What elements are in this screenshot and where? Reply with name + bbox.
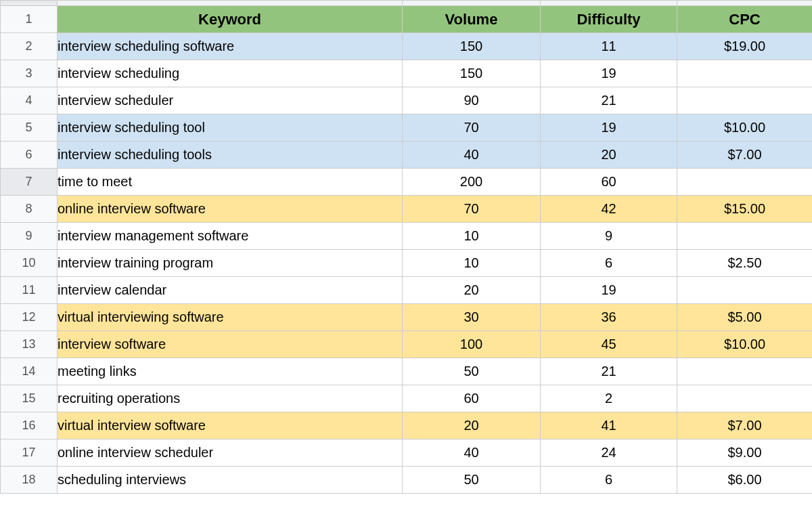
row-number[interactable]: 7	[1, 169, 58, 196]
cell-volume[interactable]: 60	[403, 385, 541, 412]
cell-difficulty[interactable]: 19	[541, 60, 677, 87]
table-row[interactable]: 4interview scheduler9021	[1, 87, 813, 114]
cell-keyword[interactable]: time to meet	[58, 169, 403, 196]
table-row[interactable]: 5interview scheduling tool7019$10.00	[1, 114, 813, 142]
cell-difficulty[interactable]: 42	[541, 196, 677, 223]
cell-cpc[interactable]: $10.00	[677, 331, 813, 358]
row-number[interactable]: 14	[1, 358, 58, 385]
cell-difficulty[interactable]: 60	[541, 169, 677, 196]
row-number[interactable]: 6	[1, 142, 58, 169]
cell-cpc[interactable]	[677, 223, 813, 250]
row-number[interactable]: 15	[1, 385, 58, 412]
spreadsheet[interactable]: 1KeywordVolumeDifficultyCPC2interview sc…	[0, 0, 812, 494]
row-number[interactable]: 4	[1, 87, 58, 114]
table-row[interactable]: 6interview scheduling tools4020$7.00	[1, 142, 813, 169]
column-header-volume[interactable]: Volume	[403, 6, 541, 33]
row-number[interactable]: 5	[1, 114, 58, 142]
cell-volume[interactable]: 200	[403, 169, 541, 196]
table-row[interactable]: 14meeting links5021	[1, 358, 813, 385]
table-row[interactable]: 15recruiting operations602	[1, 385, 813, 412]
cell-cpc[interactable]: $5.00	[677, 304, 813, 331]
cell-cpc[interactable]	[677, 385, 813, 412]
row-number[interactable]: 17	[1, 439, 58, 467]
cell-keyword[interactable]: virtual interview software	[58, 412, 403, 439]
cell-difficulty[interactable]: 21	[541, 87, 677, 114]
column-header-cpc[interactable]: CPC	[677, 6, 813, 33]
cell-volume[interactable]: 50	[403, 467, 541, 494]
cell-volume[interactable]: 100	[403, 331, 541, 358]
cell-difficulty[interactable]: 19	[541, 277, 677, 304]
cell-volume[interactable]: 40	[403, 439, 541, 467]
cell-keyword[interactable]: interview software	[58, 331, 403, 358]
cell-keyword[interactable]: interview management software	[58, 223, 403, 250]
row-number[interactable]: 3	[1, 60, 58, 87]
cell-cpc[interactable]	[677, 358, 813, 385]
cell-volume[interactable]: 10	[403, 223, 541, 250]
cell-volume[interactable]: 10	[403, 250, 541, 277]
table-row[interactable]: 3interview scheduling15019	[1, 60, 813, 87]
cell-keyword[interactable]: interview scheduling tool	[58, 114, 403, 142]
row-number[interactable]: 2	[1, 33, 58, 60]
cell-difficulty[interactable]: 9	[541, 223, 677, 250]
table-row[interactable]: 2interview scheduling software15011$19.0…	[1, 33, 813, 60]
table-row[interactable]: 10interview training program106$2.50	[1, 250, 813, 277]
cell-keyword[interactable]: interview scheduling	[58, 60, 403, 87]
cell-cpc[interactable]	[677, 169, 813, 196]
cell-keyword[interactable]: meeting links	[58, 358, 403, 385]
cell-cpc[interactable]: $6.00	[677, 467, 813, 494]
row-number[interactable]: 18	[1, 467, 58, 494]
cell-cpc[interactable]: $7.00	[677, 142, 813, 169]
cell-difficulty[interactable]: 6	[541, 467, 677, 494]
row-number[interactable]: 1	[1, 6, 58, 33]
row-number[interactable]: 11	[1, 277, 58, 304]
cell-keyword[interactable]: online interview software	[58, 196, 403, 223]
column-header-keyword[interactable]: Keyword	[58, 6, 403, 33]
cell-difficulty[interactable]: 21	[541, 358, 677, 385]
cell-keyword[interactable]: scheduling interviews	[58, 467, 403, 494]
cell-keyword[interactable]: virtual interviewing software	[58, 304, 403, 331]
cell-volume[interactable]: 50	[403, 358, 541, 385]
table-row[interactable]: 18scheduling interviews506$6.00	[1, 467, 813, 494]
cell-volume[interactable]: 20	[403, 412, 541, 439]
cell-volume[interactable]: 90	[403, 87, 541, 114]
cell-keyword[interactable]: interview training program	[58, 250, 403, 277]
table-row[interactable]: 7time to meet20060	[1, 169, 813, 196]
cell-cpc[interactable]: $9.00	[677, 439, 813, 467]
cell-volume[interactable]: 30	[403, 304, 541, 331]
cell-keyword[interactable]: interview scheduling software	[58, 33, 403, 60]
cell-volume[interactable]: 20	[403, 277, 541, 304]
table-row[interactable]: 13interview software10045$10.00	[1, 331, 813, 358]
table-row[interactable]: 9interview management software109	[1, 223, 813, 250]
cell-keyword[interactable]: interview scheduling tools	[58, 142, 403, 169]
table-row[interactable]: 17online interview scheduler4024$9.00	[1, 439, 813, 467]
cell-difficulty[interactable]: 45	[541, 331, 677, 358]
cell-keyword[interactable]: online interview scheduler	[58, 439, 403, 467]
cell-difficulty[interactable]: 19	[541, 114, 677, 142]
cell-volume[interactable]: 70	[403, 114, 541, 142]
cell-volume[interactable]: 40	[403, 142, 541, 169]
row-number[interactable]: 12	[1, 304, 58, 331]
cell-cpc[interactable]: $19.00	[677, 33, 813, 60]
cell-keyword[interactable]: recruiting operations	[58, 385, 403, 412]
cell-difficulty[interactable]: 2	[541, 385, 677, 412]
cell-cpc[interactable]: $7.00	[677, 412, 813, 439]
cell-volume[interactable]: 150	[403, 60, 541, 87]
row-number[interactable]: 16	[1, 412, 58, 439]
cell-cpc[interactable]: $2.50	[677, 250, 813, 277]
cell-cpc[interactable]	[677, 60, 813, 87]
row-number[interactable]: 10	[1, 250, 58, 277]
cell-cpc[interactable]	[677, 87, 813, 114]
cell-difficulty[interactable]: 41	[541, 412, 677, 439]
table-row[interactable]: 8online interview software7042$15.00	[1, 196, 813, 223]
cell-cpc[interactable]: $15.00	[677, 196, 813, 223]
table-row[interactable]: 16virtual interview software2041$7.00	[1, 412, 813, 439]
cell-volume[interactable]: 150	[403, 33, 541, 60]
cell-keyword[interactable]: interview scheduler	[58, 87, 403, 114]
cell-difficulty[interactable]: 11	[541, 33, 677, 60]
cell-difficulty[interactable]: 24	[541, 439, 677, 467]
table-row[interactable]: 12virtual interviewing software3036$5.00	[1, 304, 813, 331]
table-row[interactable]: 11interview calendar2019	[1, 277, 813, 304]
cell-volume[interactable]: 70	[403, 196, 541, 223]
cell-difficulty[interactable]: 36	[541, 304, 677, 331]
cell-cpc[interactable]: $10.00	[677, 114, 813, 142]
